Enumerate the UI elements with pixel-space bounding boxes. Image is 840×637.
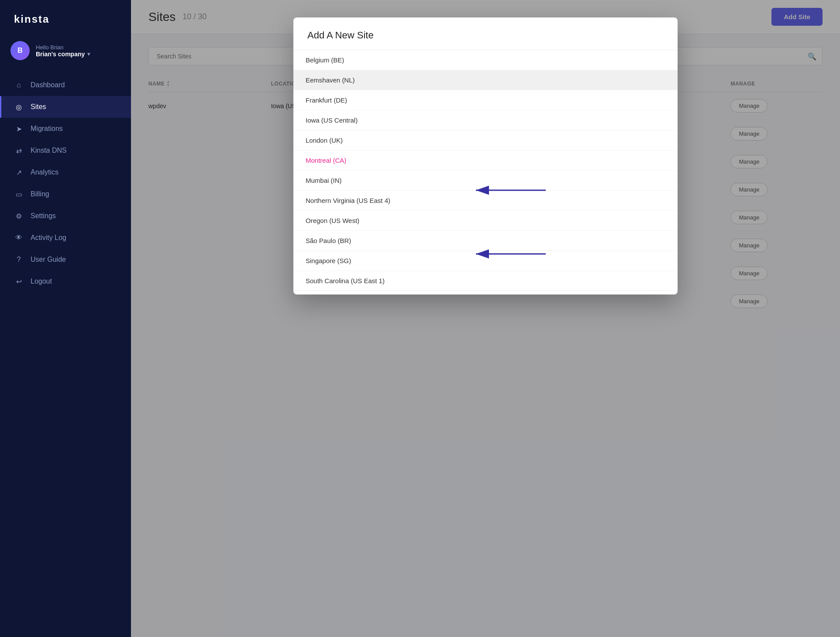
sidebar-label-kinsta-dns: Kinsta DNS bbox=[31, 147, 67, 154]
sidebar-label-activity-log: Activity Log bbox=[31, 234, 66, 242]
location-item-mumbai[interactable]: Mumbai (IN) bbox=[293, 171, 678, 191]
logout-icon: ↩ bbox=[14, 277, 24, 286]
user-profile[interactable]: B Hello Brian Brian's company ▾ bbox=[0, 34, 131, 71]
sidebar-label-migrations: Migrations bbox=[31, 125, 63, 133]
settings-icon: ⚙ bbox=[14, 211, 24, 221]
location-item-london[interactable]: London (UK) bbox=[293, 130, 678, 151]
sidebar-label-billing: Billing bbox=[31, 190, 49, 198]
migrations-icon: ➤ bbox=[14, 124, 24, 134]
location-item-iowa[interactable]: Iowa (US Central) bbox=[293, 110, 678, 130]
location-item-montreal[interactable]: Montreal (CA) bbox=[293, 151, 678, 171]
sidebar-item-sites[interactable]: ◎ Sites bbox=[0, 96, 131, 118]
sidebar-item-settings[interactable]: ⚙ Settings bbox=[0, 205, 131, 227]
sidebar-label-logout: Logout bbox=[31, 277, 52, 285]
user-hello: Hello Brian bbox=[36, 44, 120, 51]
sidebar-label-dashboard: Dashboard bbox=[31, 81, 65, 89]
location-item-singapore[interactable]: Singapore (SG) bbox=[293, 251, 678, 271]
sidebar-label-user-guide: User Guide bbox=[31, 256, 66, 264]
sidebar-label-sites: Sites bbox=[31, 103, 46, 111]
avatar: B bbox=[10, 41, 30, 60]
location-item-frankfurt[interactable]: Frankfurt (DE) bbox=[293, 90, 678, 110]
main-content: Sites 10 / 30 Add Site 🔍 NAME ▲▼ LOCATIO… bbox=[131, 0, 840, 637]
modal-title: Add A New Site bbox=[293, 17, 678, 50]
billing-icon: ▭ bbox=[14, 189, 24, 199]
location-item-sydney[interactable]: Sydney (AU) bbox=[293, 291, 678, 295]
sidebar-item-dashboard[interactable]: ⌂ Dashboard bbox=[0, 74, 131, 96]
user-info: Hello Brian Brian's company ▾ bbox=[36, 44, 120, 58]
sidebar-item-kinsta-dns[interactable]: ⇄ Kinsta DNS bbox=[0, 140, 131, 161]
analytics-icon: ↗ bbox=[14, 168, 24, 177]
sidebar-item-user-guide[interactable]: ? User Guide bbox=[0, 249, 131, 271]
activity-log-icon: 👁 bbox=[14, 233, 24, 243]
dashboard-icon: ⌂ bbox=[14, 80, 24, 90]
sidebar-label-settings: Settings bbox=[31, 212, 56, 220]
location-item-sao-paulo[interactable]: São Paulo (BR) bbox=[293, 231, 678, 251]
sidebar-item-activity-log[interactable]: 👁 Activity Log bbox=[0, 227, 131, 249]
modal-overlay[interactable]: Add A New Site Belgium (BE)Eemshaven (NL… bbox=[131, 0, 840, 637]
user-guide-icon: ? bbox=[14, 255, 24, 264]
location-item-northern-virginia[interactable]: Northern Virginia (US East 4) bbox=[293, 191, 678, 211]
location-item-eemshaven[interactable]: Eemshaven (NL) bbox=[293, 70, 678, 90]
logo: kinsta bbox=[0, 0, 131, 34]
location-dropdown[interactable]: Belgium (BE)Eemshaven (NL)Frankfurt (DE)… bbox=[293, 50, 678, 295]
user-company: Brian's company ▾ bbox=[36, 51, 120, 58]
kinsta-dns-icon: ⇄ bbox=[14, 146, 24, 155]
location-item-belgium[interactable]: Belgium (BE) bbox=[293, 50, 678, 70]
location-item-south-carolina[interactable]: South Carolina (US East 1) bbox=[293, 271, 678, 291]
sidebar: kinsta B Hello Brian Brian's company ▾ ⌂… bbox=[0, 0, 131, 637]
sidebar-item-logout[interactable]: ↩ Logout bbox=[0, 271, 131, 292]
sidebar-label-analytics: Analytics bbox=[31, 168, 59, 176]
add-site-modal: Add A New Site Belgium (BE)Eemshaven (NL… bbox=[293, 17, 678, 295]
sidebar-item-migrations[interactable]: ➤ Migrations bbox=[0, 118, 131, 140]
sidebar-item-billing[interactable]: ▭ Billing bbox=[0, 183, 131, 205]
sites-icon: ◎ bbox=[14, 102, 24, 112]
chevron-down-icon: ▾ bbox=[87, 51, 90, 57]
sidebar-item-analytics[interactable]: ↗ Analytics bbox=[0, 161, 131, 183]
location-item-oregon[interactable]: Oregon (US West) bbox=[293, 211, 678, 231]
nav-menu: ⌂ Dashboard ◎ Sites ➤ Migrations ⇄ Kinst… bbox=[0, 71, 131, 637]
